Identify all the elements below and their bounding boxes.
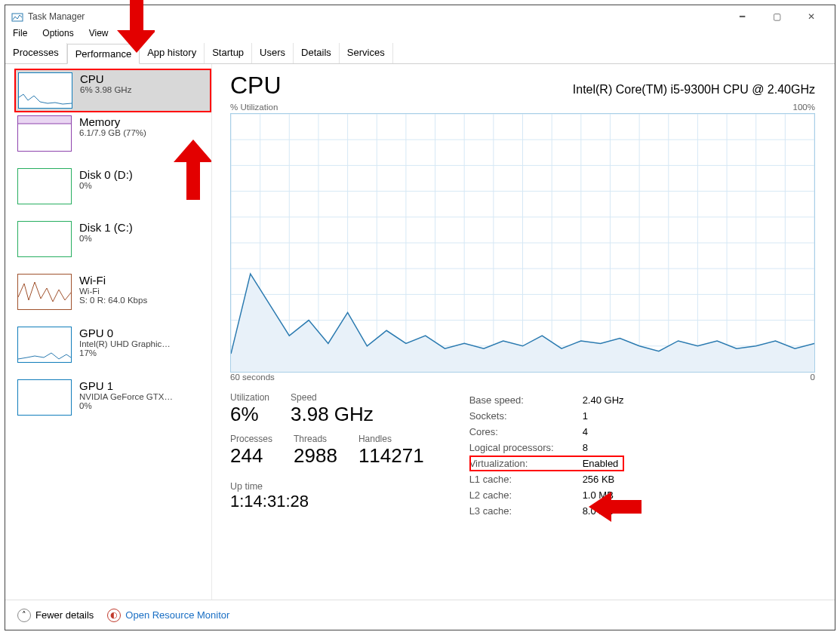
svg-rect-0 (12, 14, 23, 21)
info-val: 2.40 GHz (583, 394, 624, 406)
info-val: 256 KB (583, 474, 615, 485)
info-key: L2 cache: (469, 489, 583, 501)
cpu-thumb-icon (18, 72, 72, 109)
page-title: CPU (230, 72, 282, 100)
sidebar-item-cpu[interactable]: CPU 6% 3.98 GHz (14, 69, 211, 112)
sidebar-item-wifi[interactable]: Wi-Fi Wi-Fi S: 0 R: 64.0 Kbps (14, 271, 211, 324)
open-resource-monitor-label: Open Resource Monitor (125, 609, 229, 621)
thr-label: Threads (294, 434, 337, 444)
fewer-details-button[interactable]: ˄ Fewer details (17, 609, 94, 622)
annotation-arrow-down (117, 0, 155, 56)
info-key: Cores: (469, 426, 583, 437)
info-key: Logical processors: (469, 442, 583, 453)
chart-top-right: 100% (793, 103, 815, 112)
sidebar-item-sub2: S: 0 R: 64.0 Kbps (79, 296, 147, 305)
cpu-utilization-chart (230, 113, 815, 373)
main-panel: CPU Intel(R) Core(TM) i5-9300H CPU @ 2.4… (212, 64, 835, 600)
info-key: L3 cache: (469, 505, 583, 517)
annotation-arrow-up (174, 140, 211, 203)
annotation-arrow-left (589, 492, 642, 525)
info-val-virtualization: Enabled (583, 458, 619, 469)
sidebar-item-sub: 0% (79, 181, 133, 190)
fewer-details-label: Fewer details (35, 609, 94, 621)
open-resource-monitor-link[interactable]: ◐ Open Resource Monitor (107, 609, 229, 622)
sidebar-item-label: GPU 0 (79, 327, 171, 339)
sidebar-item-gpu0[interactable]: GPU 0 Intel(R) UHD Graphic… 17% (14, 324, 211, 376)
sidebar-item-sub: 0% (79, 234, 133, 243)
svg-marker-37 (117, 30, 155, 53)
sidebar-item-label: GPU 1 (79, 379, 173, 392)
proc-value: 244 (230, 444, 263, 467)
tab-startup[interactable]: Startup (205, 43, 252, 63)
sidebar-item-label: CPU (80, 72, 131, 85)
sidebar-item-sub: NVIDIA GeForce GTX… (79, 392, 173, 401)
uptime-value: 1:14:31:28 (230, 492, 424, 511)
info-key: Base speed: (469, 394, 583, 406)
menu-file[interactable]: File (10, 28, 30, 43)
sidebar-item-label: Disk 0 (D:) (79, 168, 133, 181)
memory-thumb-icon (17, 115, 72, 152)
sidebar-item-label: Memory (79, 115, 146, 128)
disk-thumb-icon (17, 168, 72, 204)
util-value: 6% (230, 403, 259, 425)
sidebar-item-sub2: 17% (79, 348, 171, 357)
tab-services[interactable]: Services (340, 43, 393, 63)
svg-rect-1 (18, 116, 71, 124)
thr-value: 2988 (294, 444, 337, 467)
uptime-label: Up time (230, 481, 424, 492)
sidebar-item-sub: Intel(R) UHD Graphic… (79, 339, 171, 348)
tab-users[interactable]: Users (252, 43, 294, 63)
svg-rect-41 (611, 500, 642, 514)
han-value: 114271 (358, 444, 424, 467)
tab-processes[interactable]: Processes (5, 43, 67, 63)
info-key: Sockets: (469, 410, 583, 422)
info-key: L1 cache: (469, 474, 583, 485)
han-label: Handles (358, 434, 424, 444)
stats-left: Utilization6% Speed3.98 GHz Processes244… (230, 392, 424, 519)
sidebar-item-disk1[interactable]: Disk 1 (C:) 0% (14, 218, 211, 271)
sidebar-item-label: Disk 1 (C:) (79, 221, 133, 234)
info-key-virtualization: Virtualization: (469, 458, 583, 469)
sidebar-item-sub2: 0% (79, 401, 173, 410)
sidebar-item-gpu1[interactable]: GPU 1 NVIDIA GeForce GTX… 0% (14, 376, 211, 429)
sidebar-item-label: Wi-Fi (79, 274, 147, 287)
menu-options[interactable]: Options (39, 28, 76, 43)
cpu-model: Intel(R) Core(TM) i5-9300H CPU @ 2.40GHz (573, 83, 815, 97)
chart-bot-right: 0 (811, 373, 815, 382)
util-label: Utilization (230, 392, 269, 403)
footer: ˄ Fewer details ◐ Open Resource Monitor (5, 600, 835, 630)
svg-marker-38 (174, 140, 211, 162)
speed-label: Speed (291, 392, 374, 403)
chart-top-left: % Utilization (230, 103, 278, 112)
wifi-thumb-icon (17, 274, 72, 310)
body: CPU 6% 3.98 GHz Memory 6.1/7.9 GB (77%) … (5, 64, 835, 600)
disk-thumb-icon (17, 221, 72, 257)
info-val: 8 (583, 442, 588, 453)
stats-area: Utilization6% Speed3.98 GHz Processes244… (230, 392, 815, 519)
tab-details[interactable]: Details (294, 43, 340, 63)
close-button[interactable]: ✕ (794, 5, 829, 28)
monitor-icon: ◐ (107, 609, 121, 622)
window: Task Manager ━ ▢ ✕ File Options View Pro… (5, 5, 835, 630)
svg-marker-40 (589, 492, 611, 522)
title-text: Task Manager (28, 11, 85, 22)
sidebar-item-sub: 6% 3.98 GHz (80, 85, 131, 94)
menu-view[interactable]: View (86, 28, 112, 43)
sidebar-item-sub: 6.1/7.9 GB (77%) (79, 128, 146, 137)
svg-rect-36 (130, 0, 143, 30)
maximize-button[interactable]: ▢ (759, 5, 794, 28)
info-val: 4 (583, 426, 588, 437)
app-icon (11, 11, 23, 23)
gpu-thumb-icon (17, 327, 72, 363)
info-val: 1 (583, 410, 588, 422)
chevron-up-icon: ˄ (17, 609, 31, 622)
speed-value: 3.98 GHz (291, 403, 374, 425)
gpu-thumb-icon (17, 379, 72, 416)
minimize-button[interactable]: ━ (725, 5, 759, 28)
proc-label: Processes (230, 434, 272, 444)
svg-rect-39 (186, 162, 200, 200)
chart-bot-left: 60 seconds (230, 373, 275, 382)
sidebar-item-sub: Wi-Fi (79, 287, 147, 296)
